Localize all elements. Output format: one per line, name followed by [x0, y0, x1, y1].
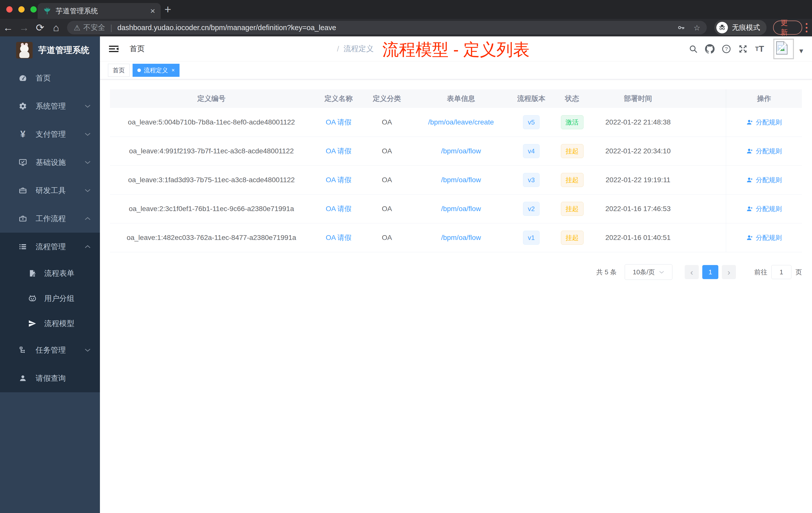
sidebar-item-leave-query[interactable]: 请假查询: [0, 364, 100, 392]
user-menu-caret-icon[interactable]: ▼: [798, 47, 805, 55]
browser-tab[interactable]: 芋道管理系统 ×: [38, 3, 161, 19]
chevron-down-icon: [84, 188, 91, 192]
fullscreen-icon[interactable]: [735, 44, 751, 54]
chevron-down-icon: [84, 104, 91, 108]
sidebar-item-home[interactable]: 首页: [0, 64, 100, 92]
form-link[interactable]: /bpm/oa/flow: [441, 176, 481, 184]
address-bar[interactable]: ⚠ 不安全 | dashboard.yudao.iocoder.cn/bpm/m…: [67, 21, 707, 34]
user-avatar-broken-image[interactable]: [773, 39, 794, 59]
goto-label: 前往: [754, 268, 767, 277]
window-controls[interactable]: [6, 6, 37, 12]
sidebar-fold-icon[interactable]: [109, 45, 119, 53]
dashboard-gauge-icon: [19, 74, 27, 82]
sidebar-item-label: 任务管理: [36, 345, 84, 355]
assign-rule-label: 分配规则: [756, 205, 782, 213]
definition-name-link[interactable]: OA 请假: [326, 233, 351, 242]
col-status: 状态: [550, 89, 594, 108]
bookmark-star-icon[interactable]: ☆: [694, 23, 700, 32]
table-row: oa_leave:1:482ec033-762a-11ec-8477-a2380…: [110, 223, 802, 252]
sidebar-item-dev-tools[interactable]: 研发工具: [0, 176, 100, 205]
goto-page-input[interactable]: [771, 265, 791, 279]
definition-name-link[interactable]: OA 请假: [326, 146, 351, 156]
browser-toolbar: ← → ⟳ ⌂ ⚠ 不安全 | dashboard.yudao.iocoder.…: [0, 19, 812, 36]
close-window-button[interactable]: [6, 6, 12, 12]
assign-rule-label: 分配规则: [756, 147, 782, 156]
github-icon[interactable]: [701, 44, 718, 54]
forward-button[interactable]: →: [16, 22, 32, 33]
status-badge: 挂起: [561, 202, 583, 216]
sidebar: 芋道管理系统 首页 系统管理 ¥ 支付管理: [0, 36, 100, 513]
definition-name-link[interactable]: OA 请假: [326, 117, 351, 127]
key-icon[interactable]: [677, 24, 685, 31]
breadcrumb: 首页 / 流程定义: [129, 44, 395, 54]
favicon-sprout-icon: [43, 7, 51, 15]
definition-category: OA: [364, 165, 409, 194]
tag-close-icon[interactable]: ×: [172, 67, 175, 73]
sidebar-item-label: 首页: [36, 73, 91, 83]
status-badge: 挂起: [561, 173, 583, 187]
row-filler: [682, 165, 726, 194]
sidebar-item-infrastructure[interactable]: 基础设施: [0, 148, 100, 176]
sidebar-item-label: 工作流程: [36, 214, 84, 224]
page-size-select[interactable]: 10条/页: [625, 264, 672, 280]
minimize-window-button[interactable]: [18, 6, 25, 12]
security-warning-icon[interactable]: ⚠: [74, 23, 80, 32]
form-link[interactable]: /bpm/oa/leave/create: [428, 118, 494, 126]
assign-rule-button[interactable]: 分配规则: [746, 118, 782, 127]
search-icon[interactable]: [685, 44, 701, 54]
form-link[interactable]: /bpm/oa/flow: [441, 234, 481, 242]
col-deploy-time: 部署时间: [594, 89, 682, 108]
definition-category: OA: [364, 194, 409, 223]
sidebar-item-process-form[interactable]: 流程表单: [0, 261, 100, 286]
form-link[interactable]: /bpm/oa/flow: [441, 147, 481, 155]
font-size-icon[interactable]: TT: [751, 44, 768, 54]
sidebar-item-payment[interactable]: ¥ 支付管理: [0, 120, 100, 148]
row-filler: [682, 223, 726, 252]
prev-page-button[interactable]: ‹: [685, 265, 699, 279]
sidebar-item-label: 研发工具: [36, 185, 84, 196]
reload-button[interactable]: ⟳: [32, 22, 48, 33]
status-badge: 挂起: [561, 231, 583, 245]
definition-name-link[interactable]: OA 请假: [326, 175, 351, 185]
browser-menu-icon[interactable]: [806, 23, 808, 32]
sidebar-item-process-model[interactable]: 流程模型: [0, 311, 100, 336]
sidebar-item-system[interactable]: 系统管理: [0, 92, 100, 120]
sidebar-item-label: 基础设施: [36, 157, 84, 168]
chevron-down-icon: [84, 160, 91, 164]
tag-home[interactable]: 首页: [108, 64, 129, 77]
total-count: 共 5 条: [596, 268, 617, 277]
breadcrumb-home[interactable]: 首页: [129, 44, 332, 54]
next-page-button[interactable]: ›: [722, 265, 736, 279]
zoom-window-button[interactable]: [30, 6, 37, 12]
app-logo-row[interactable]: 芋道管理系统: [0, 36, 100, 64]
assign-rule-label: 分配规则: [756, 118, 782, 127]
definition-id: oa_leave:2:3c1f0ef1-76b1-11ec-9c66-a2380…: [110, 194, 313, 223]
assign-rule-button[interactable]: 分配规则: [746, 233, 782, 242]
url-text[interactable]: dashboard.yudao.iocoder.cn/bpm/manager/d…: [117, 24, 669, 32]
paper-plane-icon: [28, 319, 37, 328]
assign-rule-button[interactable]: 分配规则: [746, 205, 782, 213]
col-form-info: 表单信息: [409, 89, 513, 108]
sidebar-item-workflow[interactable]: 工作流程: [0, 205, 100, 233]
sidebar-item-user-group[interactable]: 用户分组: [0, 286, 100, 311]
assign-rule-button[interactable]: 分配规则: [746, 176, 782, 184]
new-tab-button[interactable]: +: [165, 2, 171, 16]
help-icon[interactable]: ?: [718, 44, 735, 54]
tag-process-definition[interactable]: 流程定义 ×: [133, 64, 179, 77]
col-definition-category: 定义分类: [364, 89, 409, 108]
sidebar-item-task-management[interactable]: 任务管理: [0, 336, 100, 364]
form-link[interactable]: /bpm/oa/flow: [441, 205, 481, 213]
back-button[interactable]: ←: [0, 22, 16, 33]
definition-name-link[interactable]: OA 请假: [326, 204, 351, 214]
deploy-time: 2022-01-22 21:48:38: [594, 108, 682, 137]
browser-update-button[interactable]: 更新: [773, 21, 802, 35]
definition-id: oa_leave:4:991f2193-7b7f-11ec-a3c8-acde4…: [110, 137, 313, 165]
tab-close-icon[interactable]: ×: [150, 6, 155, 16]
home-button[interactable]: ⌂: [48, 22, 64, 33]
tab-strip: 芋道管理系统 × +: [0, 0, 812, 19]
current-page-button[interactable]: 1: [702, 265, 718, 279]
assign-rule-button[interactable]: 分配规则: [746, 147, 782, 156]
sidebar-item-process-management[interactable]: 流程管理: [0, 233, 100, 261]
breadcrumb-separator: /: [337, 45, 339, 53]
chevron-up-icon: [84, 217, 91, 221]
